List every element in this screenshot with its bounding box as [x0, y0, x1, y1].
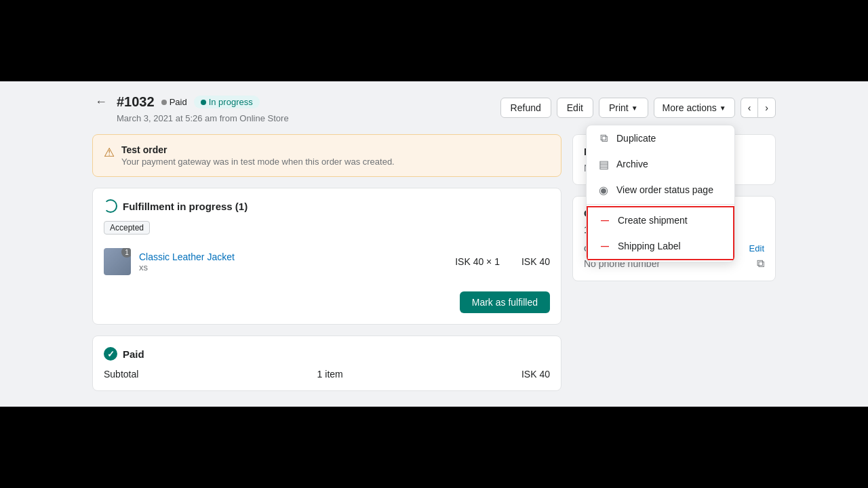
fulfillment-card: Fulfillment in progress (1) Accepted 1 C… [92, 188, 561, 325]
order-number: #1032 [117, 94, 155, 110]
alert-body: Your payment gateway was in test mode wh… [121, 157, 395, 167]
subtotal-amount: ISK 40 [521, 369, 550, 380]
paid-check-icon: ✓ [104, 347, 117, 361]
product-quantity-badge: 1 [121, 248, 131, 258]
shipping-label-icon: — [599, 240, 611, 252]
subtotal-label: Subtotal [104, 369, 138, 380]
print-button[interactable]: Print ▼ [599, 98, 648, 118]
next-order-button[interactable]: › [757, 98, 776, 118]
fulfillment-progress-icon [104, 199, 117, 213]
dropdown-item-duplicate[interactable]: ⧉ Duplicate [587, 125, 734, 151]
back-button[interactable]: ← [92, 92, 110, 112]
inprogress-badge: In progress [194, 96, 260, 108]
print-chevron-icon: ▼ [631, 104, 638, 112]
product-row: 1 Classic Leather Jacket xs ISK 40 × 1 I… [104, 243, 550, 281]
inprogress-dot [201, 100, 206, 105]
subtotal-items: 1 item [317, 369, 343, 380]
paid-badge: Paid [161, 97, 187, 107]
alert-icon: ⚠ [104, 145, 115, 160]
dropdown-divider [587, 204, 734, 205]
contact-edit-link[interactable]: Edit [749, 243, 764, 253]
duplicate-icon: ⧉ [597, 132, 610, 144]
paid-dot [161, 100, 167, 105]
prev-order-button[interactable]: ‹ [741, 98, 758, 118]
view-status-icon: ◉ [597, 184, 610, 196]
refund-button[interactable]: Refund [500, 98, 551, 118]
product-variant: xs [139, 262, 235, 272]
mark-as-fulfilled-button[interactable]: Mark as fulfilled [460, 291, 550, 313]
product-name-link[interactable]: Classic Leather Jacket [139, 251, 235, 262]
dropdown-item-view-status[interactable]: ◉ View order status page [587, 177, 734, 203]
dropdown-item-shipping-label[interactable]: — Shipping Label [588, 233, 733, 259]
fulfillment-title: Fulfillment in progress (1) [123, 201, 248, 212]
create-shipment-icon: — [599, 214, 611, 226]
paid-card: ✓ Paid Subtotal 1 item ISK 40 [92, 336, 561, 391]
accepted-badge: Accepted [104, 221, 150, 235]
alert-title: Test order [121, 144, 395, 155]
copy-icon[interactable]: ⧉ [757, 258, 764, 270]
test-order-alert: ⚠ Test order Your payment gateway was in… [92, 134, 561, 177]
paid-title: Paid [123, 348, 144, 360]
product-price: ISK 40 × 1 [455, 256, 500, 267]
archive-icon: ▤ [597, 158, 610, 170]
dropdown-item-archive[interactable]: ▤ Archive [587, 151, 734, 177]
subtotal-row: Subtotal 1 item ISK 40 [104, 369, 550, 380]
dropdown-item-create-shipment[interactable]: — Create shipment [588, 207, 733, 233]
more-actions-dropdown: ⧉ Duplicate ▤ Archive ◉ View order statu… [586, 125, 735, 262]
product-image: 1 [104, 248, 131, 275]
product-total: ISK 40 [521, 256, 550, 267]
order-subtitle: March 3, 2021 at 5:26 am from Online Sto… [117, 113, 289, 123]
edit-button[interactable]: Edit [557, 98, 593, 118]
more-actions-button[interactable]: More actions ▼ [654, 98, 735, 118]
more-actions-chevron-icon: ▼ [719, 104, 726, 112]
